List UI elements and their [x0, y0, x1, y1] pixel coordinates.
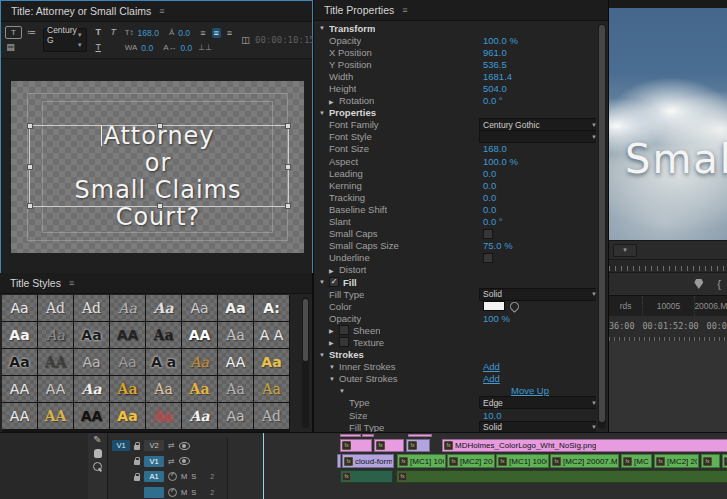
style-swatch-4[interactable]: Aa: [110, 295, 145, 321]
add-stroke-link[interactable]: Add: [483, 361, 500, 372]
property-value[interactable]: 1681.4: [483, 71, 512, 82]
property-checkbox[interactable]: [483, 229, 493, 239]
property-value[interactable]: 100.0 %: [483, 35, 518, 46]
panner-icon[interactable]: [168, 472, 177, 481]
clip-v3[interactable]: [340, 434, 361, 437]
style-swatch-35[interactable]: AA: [74, 403, 109, 429]
property-value[interactable]: 100.0 %: [483, 156, 518, 167]
track-lock-icon[interactable]: [134, 445, 140, 450]
style-swatch-18[interactable]: AA: [38, 349, 73, 375]
move-up-link[interactable]: Move Up: [511, 385, 549, 396]
add-marker-icon[interactable]: [694, 279, 703, 289]
playhead[interactable]: [263, 433, 264, 499]
pen-tool-icon[interactable]: ✎: [93, 435, 101, 445]
clip-v1[interactable]: [337, 454, 341, 468]
clip-mc1-10007[interactable]: fx[MC1] 10007: [496, 454, 549, 468]
property-dropdown[interactable]: Solid▼: [479, 288, 596, 301]
expand-caret-icon[interactable]: ▶: [329, 339, 334, 346]
title-styles-tab[interactable]: Title Styles: [0, 277, 67, 289]
panner-icon[interactable]: [168, 488, 177, 497]
style-swatch-20[interactable]: Aa: [110, 349, 145, 375]
clip-v2[interactable]: fx: [340, 439, 372, 452]
property-value[interactable]: 0.0: [483, 204, 496, 215]
background-video-timecode[interactable]: 00:00:10:15: [255, 35, 315, 45]
property-value[interactable]: 0.0: [483, 180, 496, 191]
style-swatch-14[interactable]: AA: [182, 322, 217, 348]
align-right-button[interactable]: ≡: [225, 28, 234, 38]
style-swatch-17[interactable]: Aa: [2, 349, 37, 375]
track-name-a1[interactable]: A1: [144, 471, 164, 482]
style-swatch-23[interactable]: AA: [218, 349, 253, 375]
style-swatch-30[interactable]: Aa: [182, 376, 217, 402]
style-swatch-25[interactable]: AA: [2, 376, 37, 402]
clip-mc2-200[interactable]: fx[MC2] 200: [447, 454, 495, 468]
expand-caret-icon[interactable]: ▶: [329, 267, 334, 274]
track-lock-icon[interactable]: [134, 476, 140, 481]
style-swatch-3[interactable]: Ad: [74, 295, 109, 321]
property-dropdown[interactable]: Edge▼: [479, 396, 596, 409]
source-patch-empty[interactable]: [112, 471, 130, 482]
clip-v1[interactable]: fx: [722, 454, 727, 468]
style-swatch-34[interactable]: AA: [38, 403, 73, 429]
fill-color-swatch[interactable]: [483, 301, 505, 311]
add-stroke-link[interactable]: Add: [483, 373, 500, 384]
style-swatch-33[interactable]: AA: [2, 403, 37, 429]
font-size-value[interactable]: 168.0: [138, 28, 159, 38]
titler-tab[interactable]: Title: Attorney or Small Claims: [1, 5, 157, 17]
collapse-caret-icon[interactable]: ▼: [329, 376, 335, 382]
solo-button[interactable]: S: [191, 488, 196, 497]
clip-a1[interactable]: fx: [396, 470, 727, 483]
roll-crawl-icon[interactable]: ≔: [26, 27, 37, 38]
sequence-time-ruler[interactable]: 36:00 00:01:52:00 00:0: [609, 316, 727, 335]
titler-canvas[interactable]: Attorney or Small Claims Court?: [1, 59, 312, 274]
templates-icon[interactable]: ▤: [5, 42, 16, 53]
enable-checkbox[interactable]: ✓: [329, 277, 339, 287]
leading-value[interactable]: 0.0: [141, 43, 153, 53]
style-swatch-6[interactable]: Aa: [182, 295, 217, 321]
style-swatch-21[interactable]: A a: [146, 349, 181, 375]
show-background-video-icon[interactable]: ◫: [240, 35, 251, 46]
style-swatch-16[interactable]: A A: [254, 322, 289, 348]
style-swatch-19[interactable]: Aa: [74, 349, 109, 375]
style-swatch-24[interactable]: Aa: [254, 349, 289, 375]
mark-in-icon[interactable]: {: [717, 278, 721, 290]
eyedropper-icon[interactable]: [508, 300, 521, 313]
clip-v3[interactable]: [362, 434, 374, 437]
font-family-dropdown[interactable]: Century G▼ ▼: [43, 28, 87, 52]
zoom-level-dropdown[interactable]: ▼: [613, 244, 637, 257]
scrollbar-thumb[interactable]: [303, 299, 308, 361]
property-value[interactable]: 0.0: [483, 192, 496, 203]
zoom-tool-icon[interactable]: [93, 462, 102, 471]
scrollbar-thumb[interactable]: [599, 25, 605, 422]
collapse-caret-icon[interactable]: ▼: [319, 25, 325, 31]
style-swatch-13[interactable]: Aa: [146, 322, 181, 348]
style-swatch-36[interactable]: Aa: [110, 403, 145, 429]
sync-lock-icon[interactable]: ⇄: [168, 457, 175, 466]
style-swatch-8[interactable]: A:: [254, 295, 289, 321]
track-visibility-icon[interactable]: [179, 457, 190, 465]
style-swatch-2[interactable]: Ad: [38, 295, 73, 321]
property-value[interactable]: 168.0: [483, 143, 507, 154]
clip-mc2-20[interactable]: fx[MC2] 20(: [654, 454, 699, 468]
style-swatch-26[interactable]: AA: [38, 376, 73, 402]
clip-v1[interactable]: fx: [701, 454, 720, 468]
clip-v3[interactable]: [408, 434, 432, 437]
clip-mc2-20007-m[interactable]: fx[MC2] 20007.M: [550, 454, 619, 468]
clip-mdholmes-colorlogo-wht-nosig-png[interactable]: fxMDHolmes_ColorLogo_Wht_NoSig.png: [442, 439, 727, 452]
clip-v2[interactable]: fx: [406, 439, 430, 452]
property-dropdown[interactable]: ▼: [479, 130, 596, 143]
property-value[interactable]: 504.0: [483, 83, 507, 94]
style-swatch-22[interactable]: Aa: [182, 349, 217, 375]
mute-button[interactable]: M: [181, 472, 187, 481]
clip-cloud-form[interactable]: fxcloud-form: [342, 454, 394, 468]
source-patch-empty[interactable]: [112, 487, 130, 498]
style-swatch-40[interactable]: Ad: [254, 403, 289, 429]
underline-button[interactable]: T: [93, 42, 104, 53]
property-value[interactable]: 0.0 °: [483, 216, 503, 227]
collapse-caret-icon[interactable]: ▼: [319, 352, 325, 358]
style-swatch-10[interactable]: Aa: [38, 322, 73, 348]
sync-lock-icon[interactable]: ⇄: [168, 441, 175, 450]
style-swatch-32[interactable]: Aa: [254, 376, 289, 402]
panel-menu-icon[interactable]: ≡: [402, 5, 407, 15]
expand-caret-icon[interactable]: ▶: [329, 98, 334, 105]
